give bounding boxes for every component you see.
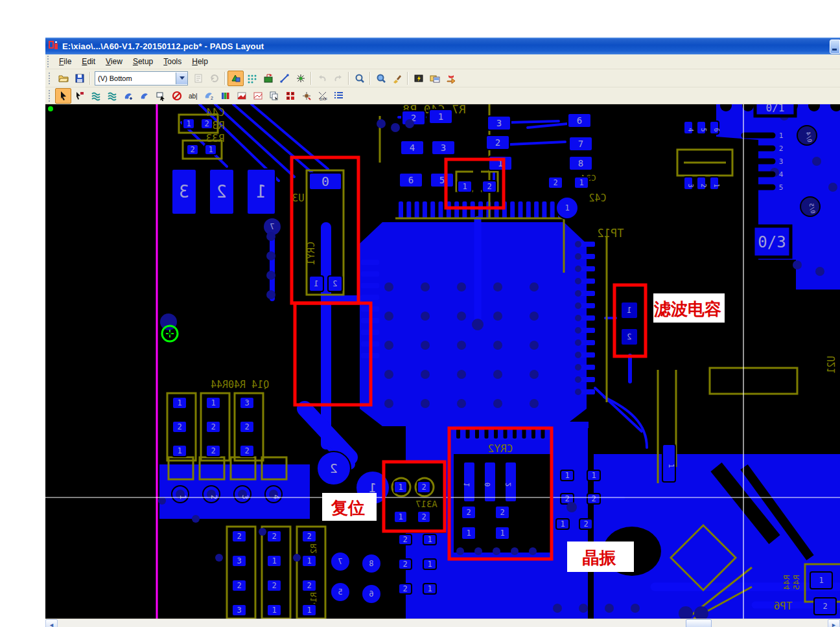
svg-text:2: 2 xyxy=(190,145,194,154)
extend-select-button[interactable] xyxy=(71,88,88,104)
svg-text:2: 2 xyxy=(822,602,827,611)
menu-item-file[interactable]: File xyxy=(54,56,76,67)
svg-text:2: 2 xyxy=(421,512,426,521)
svg-text:2: 2 xyxy=(495,137,500,148)
eco-toolbar-button[interactable] xyxy=(292,71,309,86)
menu-item-help[interactable]: Help xyxy=(187,56,213,67)
dxf-button[interactable]: DXF xyxy=(314,88,331,104)
svg-text:R33: R33 xyxy=(206,132,225,144)
layers-list-button[interactable] xyxy=(331,88,347,104)
svg-text:2: 2 xyxy=(402,535,407,544)
horizontal-scrollbar[interactable]: ◄ ► xyxy=(45,619,840,627)
svg-text:1: 1 xyxy=(427,584,432,593)
app-icon xyxy=(49,41,59,51)
redgrid-icon xyxy=(285,91,296,101)
svg-text:2: 2 xyxy=(204,119,209,128)
cam-button[interactable] xyxy=(443,71,459,86)
verify-design-button[interactable] xyxy=(410,71,426,86)
svg-text:1: 1 xyxy=(713,184,720,188)
svg-text:5: 5 xyxy=(338,587,342,597)
svg-text:5: 5 xyxy=(700,128,707,132)
scroll-right-button[interactable]: ► xyxy=(828,619,840,627)
route-a-button[interactable] xyxy=(233,88,250,104)
flood2-button[interactable]: 2 xyxy=(201,88,217,104)
svg-text:2: 2 xyxy=(211,446,215,455)
svg-text:TP12: TP12 xyxy=(598,227,624,240)
copy-paste-button[interactable] xyxy=(266,88,282,104)
compadd-icon xyxy=(301,91,312,101)
svg-text:6: 6 xyxy=(369,589,373,598)
hatch-button[interactable] xyxy=(136,88,152,104)
redo-button[interactable] xyxy=(330,71,346,86)
svg-text:TP6: TP6 xyxy=(774,600,793,612)
svg-text:5: 5 xyxy=(779,183,784,192)
list-icon xyxy=(334,91,344,101)
properties-button[interactable] xyxy=(190,71,206,86)
save-button[interactable] xyxy=(71,71,88,86)
menu-item-setup[interactable]: Setup xyxy=(128,56,158,67)
svg-text:1: 1 xyxy=(627,306,631,315)
measure-icon xyxy=(279,73,290,84)
svg-text:6: 6 xyxy=(577,115,582,126)
library-button[interactable] xyxy=(217,88,233,104)
open-file-button[interactable] xyxy=(55,71,71,86)
undo-icon xyxy=(317,73,327,84)
svg-text:2: 2 xyxy=(332,279,337,288)
component-add-button[interactable] xyxy=(298,88,314,104)
scroll-left-button[interactable]: ◄ xyxy=(45,619,58,627)
menubar: FileEditViewSetupToolsHelp xyxy=(45,54,840,69)
zoom-icon xyxy=(355,73,365,84)
move-rect-button[interactable] xyxy=(152,88,169,104)
chevron-down-icon[interactable] xyxy=(176,73,187,84)
prohibit-icon xyxy=(172,91,182,101)
titlebar[interactable]: E:\xiao\...\A60-V1.7-20150112.pcb* - PAD… xyxy=(45,38,840,54)
svg-text:2: 2 xyxy=(591,494,596,503)
redraw-button[interactable] xyxy=(206,71,222,86)
svg-text:2: 2 xyxy=(330,461,338,476)
layer-dropdown[interactable]: (V) Bottom xyxy=(95,71,188,86)
zoom-button[interactable] xyxy=(351,71,368,86)
pcb-canvas[interactable]: C44R34R33R7 C40 R8U3CRY1C42C34TP12Q14 R4… xyxy=(45,104,840,619)
menu-item-view[interactable]: View xyxy=(100,56,128,67)
svg-text:U21: U21 xyxy=(826,356,837,373)
svg-text:2: 2 xyxy=(402,584,407,593)
svg-text:2: 2 xyxy=(583,519,588,529)
select-tool-button[interactable] xyxy=(55,88,71,104)
draft-icon xyxy=(231,73,241,84)
svg-text:4: 4 xyxy=(779,170,784,179)
menu-item-tools[interactable]: Tools xyxy=(158,56,187,67)
text-tool-button[interactable]: ab| xyxy=(185,88,201,104)
scrollbar-thumb[interactable] xyxy=(686,619,712,627)
copper-pour-b-button[interactable] xyxy=(104,88,120,104)
measure-button[interactable] xyxy=(276,71,292,86)
copper-pour-a-button[interactable] xyxy=(88,88,104,104)
svg-text:3: 3 xyxy=(237,556,241,565)
dxf-icon: DXF xyxy=(318,91,328,101)
verify-icon xyxy=(414,73,424,84)
dimensioning-toolbar-button[interactable] xyxy=(260,71,276,86)
svg-text:2: 2 xyxy=(244,422,249,431)
route-b-button[interactable] xyxy=(250,88,266,104)
design-toolbar-button[interactable] xyxy=(244,71,260,86)
svg-text:2: 2 xyxy=(177,422,181,431)
annotation-label-text: 复位 xyxy=(331,498,365,518)
annotation-label-text: 滤波电容 xyxy=(653,299,721,319)
project-explorer-button[interactable] xyxy=(426,71,443,86)
svg-text:1: 1 xyxy=(560,519,565,529)
undo-button[interactable] xyxy=(314,71,330,86)
pour-icon xyxy=(107,91,117,101)
separator xyxy=(310,72,312,85)
drafting-toolbar-button[interactable] xyxy=(228,71,244,86)
menu-item-edit[interactable]: Edit xyxy=(76,56,100,67)
query-button[interactable] xyxy=(373,71,389,86)
flood-button[interactable] xyxy=(120,88,136,104)
svg-text:U3: U3 xyxy=(292,192,304,204)
minimize-button[interactable] xyxy=(830,40,840,54)
cleanup-button[interactable] xyxy=(389,71,405,86)
flood-icon xyxy=(123,91,134,101)
svg-text:1: 1 xyxy=(565,471,569,480)
no-connect-button[interactable] xyxy=(169,88,185,104)
props-icon xyxy=(193,73,204,84)
pads-layout-window: E:\xiao\...\A60-V1.7-20150112.pcb* - PAD… xyxy=(45,38,840,627)
grid-button[interactable] xyxy=(282,88,298,104)
